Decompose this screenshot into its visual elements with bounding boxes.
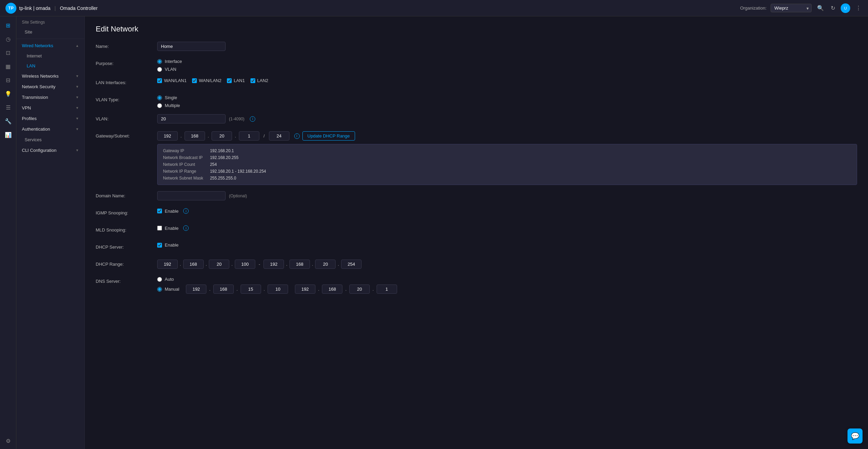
nav-rail-map[interactable]: ⊡ — [2, 47, 14, 59]
dhcp-start-1-input[interactable] — [157, 260, 178, 269]
sidebar-sub-item-internet[interactable]: Internet — [16, 51, 84, 61]
wan-lan1-checkbox[interactable] — [157, 78, 162, 83]
sidebar-item-site[interactable]: Site — [16, 27, 84, 37]
sidebar-item-wired-networks[interactable]: Wired Networks ▲ — [16, 40, 84, 51]
purpose-vlan-option[interactable]: VLAN — [157, 67, 857, 72]
broadcast-value: 192.168.20.255 — [210, 155, 851, 160]
igmp-enable-option[interactable]: Enable — [157, 209, 178, 214]
gateway-prefix-input[interactable] — [269, 131, 289, 141]
nav-rail-gear[interactable]: ⚙ — [2, 437, 14, 449]
chevron-down-icon-security: ▼ — [76, 85, 79, 89]
purpose-interface-radio[interactable] — [157, 59, 162, 64]
dns-auto-radio[interactable] — [157, 277, 162, 282]
sidebar-item-transmission[interactable]: Transmission ▼ — [16, 92, 84, 103]
dhcp-start-2-input[interactable] — [183, 260, 204, 269]
vlan-info-icon[interactable]: i — [250, 116, 255, 122]
wan-lan2-checkbox[interactable] — [192, 78, 197, 83]
dhcp-start-3-input[interactable] — [209, 260, 229, 269]
gateway-ip-label: Gateway IP — [163, 148, 203, 153]
gateway-ip3-input[interactable] — [212, 131, 232, 141]
dhcp-end-2-input[interactable] — [289, 260, 310, 269]
gateway-ip1-input[interactable] — [157, 131, 178, 141]
update-dhcp-button[interactable]: Update DHCP Range — [302, 131, 355, 141]
nav-rail-wrench[interactable]: 🔧 — [2, 115, 14, 127]
mld-checkbox[interactable] — [157, 226, 162, 230]
nav-rail-list[interactable]: ☰ — [2, 101, 14, 114]
dns2-2-input[interactable] — [322, 285, 342, 294]
mld-enable-option[interactable]: Enable — [157, 226, 178, 231]
lan1-option[interactable]: LAN1 — [227, 78, 245, 83]
dns-manual-option[interactable]: Manual . . . . . — [157, 285, 857, 294]
dhcp-server-checkbox[interactable] — [157, 243, 162, 248]
domain-name-input[interactable] — [157, 191, 226, 200]
igmp-enable-label: Enable — [165, 209, 178, 214]
purpose-interface-option[interactable]: Interface — [157, 59, 857, 64]
dns2-4-input[interactable] — [377, 285, 397, 294]
chat-button[interactable]: 💬 — [847, 428, 863, 444]
dhcp-start-4-input[interactable] — [235, 260, 255, 269]
sidebar-item-vpn[interactable]: VPN ▼ — [16, 103, 84, 113]
dns1-3-input[interactable] — [241, 285, 261, 294]
sidebar-item-cli[interactable]: CLI Configuration ▼ — [16, 145, 84, 156]
dns1-4-input[interactable] — [268, 285, 288, 294]
sidebar-item-wireless-networks[interactable]: Wireless Networks ▼ — [16, 71, 84, 81]
dns1-2-input[interactable] — [213, 285, 234, 294]
mld-info-icon[interactable]: i — [183, 225, 189, 231]
vlan-single-radio[interactable] — [157, 95, 162, 100]
wan-lan2-option[interactable]: WAN/LAN2 — [192, 78, 221, 83]
name-input[interactable] — [157, 42, 226, 51]
nav-rail-chart[interactable]: 📊 — [2, 129, 14, 141]
sidebar-item-authentication[interactable]: Authentication ▼ — [16, 124, 84, 134]
org-selector[interactable]: Wieprz — [771, 4, 812, 12]
vlan-multiple-option[interactable]: Multiple — [157, 103, 857, 108]
sidebar-item-profiles[interactable]: Profiles ▼ — [16, 113, 84, 124]
search-button[interactable]: 🔍 — [816, 3, 825, 13]
dns-manual-radio[interactable] — [157, 287, 162, 292]
lan2-option[interactable]: LAN2 — [250, 78, 269, 83]
sidebar-sub-item-lan[interactable]: LAN — [16, 61, 84, 71]
nav-rail-stats[interactable]: ▦ — [2, 60, 14, 72]
dhcp-server-enable-label: Enable — [165, 242, 178, 248]
gateway-ip2-input[interactable] — [185, 131, 205, 141]
sidebar-site-settings[interactable]: Site Settings — [16, 16, 84, 27]
dns-auto-option[interactable]: Auto — [157, 277, 857, 282]
dhcp-server-label: DHCP Server: — [96, 242, 157, 250]
avatar[interactable]: U — [841, 3, 850, 13]
lan1-checkbox[interactable] — [227, 78, 232, 83]
igmp-checkbox[interactable] — [157, 209, 162, 213]
purpose-radio-group: Interface VLAN — [157, 59, 857, 72]
dns2-1-input[interactable] — [295, 285, 315, 294]
vlan-single-option[interactable]: Single — [157, 95, 857, 100]
vlan-input[interactable] — [157, 114, 226, 123]
dhcp-end-1-input[interactable] — [263, 260, 284, 269]
dhcp-server-enable-option[interactable]: Enable — [157, 242, 857, 248]
dhcp-end-3-input[interactable] — [315, 260, 336, 269]
lan2-checkbox[interactable] — [250, 78, 255, 83]
gateway-info-popup: Gateway IP 192.168.20.1 Network Broadcas… — [157, 144, 857, 185]
org-dropdown[interactable]: Wieprz — [771, 4, 812, 12]
purpose-interface-label: Interface — [165, 59, 182, 64]
page-title: Edit Network — [96, 25, 857, 34]
dhcp-end-4-input[interactable] — [341, 260, 362, 269]
nav-rail-light[interactable]: 💡 — [2, 88, 14, 100]
purpose-row: Purpose: Interface VLAN — [96, 59, 857, 72]
nav-rail-dashboard[interactable]: ⊞ — [2, 19, 14, 31]
domain-name-label: Domain Name: — [96, 191, 157, 198]
igmp-info-icon[interactable]: i — [183, 208, 189, 214]
wan-lan1-option[interactable]: WAN/LAN1 — [157, 78, 187, 83]
more-options-button[interactable]: ⋮ — [854, 3, 863, 13]
sidebar-item-services[interactable]: Services — [16, 134, 84, 145]
content-area: Edit Network Name: Purpose: Interface V — [85, 16, 868, 449]
nav-rail-clock[interactable]: ◷ — [2, 33, 14, 45]
purpose-control: Interface VLAN — [157, 59, 857, 72]
vlan-multiple-radio[interactable] — [157, 103, 162, 108]
gateway-info-icon[interactable]: i — [294, 133, 300, 139]
dns2-3-input[interactable] — [349, 285, 370, 294]
purpose-vlan-radio[interactable] — [157, 67, 162, 72]
dns1-1-input[interactable] — [186, 285, 206, 294]
refresh-button[interactable]: ↻ — [829, 3, 837, 13]
nav-rail-device[interactable]: ⊟ — [2, 74, 14, 86]
gateway-ip4-input[interactable] — [239, 131, 259, 141]
chevron-down-icon-transmission: ▼ — [76, 95, 79, 99]
sidebar-item-network-security[interactable]: Network Security ▼ — [16, 81, 84, 92]
